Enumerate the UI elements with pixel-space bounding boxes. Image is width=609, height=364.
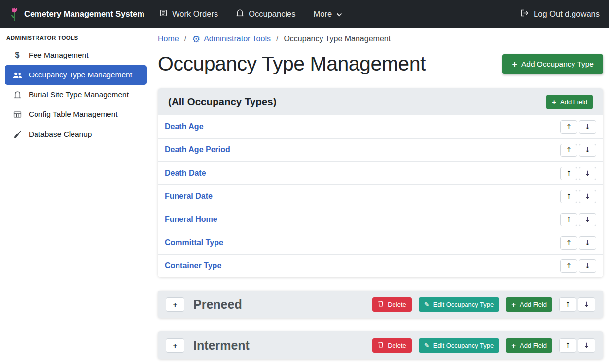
edit-occupancy-type-button[interactable]: ✎ Edit Occupancy Type <box>419 338 500 353</box>
field-link[interactable]: Funeral Date <box>165 192 213 201</box>
reorder-controls: ↑ ↓ <box>560 190 596 203</box>
move-down-button[interactable]: ↓ <box>579 120 596 134</box>
move-up-button[interactable]: ↑ <box>559 297 576 312</box>
arrow-up-icon: ↑ <box>566 192 572 200</box>
delete-label: Delete <box>388 301 406 308</box>
sidebar-item-label: Config Table Management <box>29 110 118 119</box>
move-up-button[interactable]: ↑ <box>560 259 577 273</box>
reorder-controls: ↑ ↓ <box>560 120 596 134</box>
nav-work-orders[interactable]: Work Orders <box>159 9 218 19</box>
move-up-button[interactable]: ↑ <box>560 213 577 226</box>
delete-button[interactable]: Delete <box>372 297 412 312</box>
breadcrumb-home[interactable]: Home <box>158 35 179 43</box>
nav-right: Log Out d.gowans <box>520 9 600 19</box>
field-row: Funeral Home ↑ ↓ <box>158 208 603 231</box>
sidebar-item-burial-site-type-management[interactable]: Burial Site Type Management <box>5 85 147 105</box>
add-field-button[interactable]: + Add Field <box>506 297 552 312</box>
reorder-controls: ↑ ↓ <box>560 167 596 180</box>
all-types-card-header: (All Occupancy Types) + Add Field <box>158 88 603 115</box>
arrow-down-icon: ↓ <box>585 216 591 223</box>
field-link[interactable]: Death Age <box>165 122 204 131</box>
move-down-button[interactable]: ↓ <box>579 167 596 180</box>
arrow-up-icon: ↑ <box>565 341 571 349</box>
edit-label: Edit Occupancy Type <box>433 342 494 349</box>
arrow-down-icon: ↓ <box>585 146 591 154</box>
arrow-up-icon: ↑ <box>566 262 572 270</box>
field-row: Death Age ↑ ↓ <box>158 115 603 138</box>
chevron-down-icon <box>336 9 342 19</box>
edit-occupancy-type-button[interactable]: ✎ Edit Occupancy Type <box>419 297 500 312</box>
breadcrumb-admin-tools[interactable]: ⚙ Administrator Tools <box>192 35 271 44</box>
add-occupancy-type-button[interactable]: + Add Occupancy Type <box>502 54 603 74</box>
nav-work-orders-label: Work Orders <box>172 9 218 19</box>
arrow-down-icon: ↓ <box>585 262 591 270</box>
field-link[interactable]: Death Age Period <box>165 146 230 154</box>
move-down-button[interactable]: ↓ <box>578 338 595 353</box>
page-title: Occupancy Type Management <box>158 52 426 75</box>
nav-more[interactable]: More <box>314 9 343 19</box>
arrow-up-icon: ↑ <box>566 169 572 177</box>
sidebar-item-database-cleanup[interactable]: Database Cleanup <box>5 124 147 144</box>
sidebar-item-label: Fee Management <box>29 51 89 60</box>
sidebar-heading: Administrator Tools <box>0 29 152 45</box>
plus-icon: + <box>173 301 178 308</box>
occupancies-icon <box>236 9 244 19</box>
field-link[interactable]: Death Date <box>165 169 206 178</box>
plus-icon: + <box>511 342 516 349</box>
arrow-up-icon: ↑ <box>566 123 572 131</box>
nav-links: Work Orders Occupancies More <box>159 9 342 19</box>
add-field-button[interactable]: + Add Field <box>506 338 552 353</box>
arrow-up-icon: ↑ <box>565 300 571 308</box>
app-brand[interactable]: Cemetery Management System <box>9 6 144 21</box>
field-link[interactable]: Container Type <box>165 261 221 270</box>
move-up-button[interactable]: ↑ <box>560 167 577 180</box>
field-link[interactable]: Committal Type <box>165 238 223 247</box>
nav-occupancies[interactable]: Occupancies <box>236 9 295 19</box>
delete-label: Delete <box>388 342 406 349</box>
reorder-controls: ↑ ↓ <box>560 213 596 226</box>
gear-icon: ⚙ <box>192 35 200 44</box>
sidebar-item-fee-management[interactable]: $ Fee Management <box>5 45 147 65</box>
plus-icon: + <box>512 60 517 69</box>
work-orders-icon <box>159 9 168 19</box>
move-down-button[interactable]: ↓ <box>579 190 596 203</box>
move-down-button[interactable]: ↓ <box>579 213 596 226</box>
field-row: Death Date ↑ ↓ <box>158 161 603 184</box>
reorder-controls: ↑ ↓ <box>560 236 596 250</box>
move-down-button[interactable]: ↓ <box>579 144 596 157</box>
reorder-controls: ↑ ↓ <box>560 144 596 157</box>
breadcrumb-current: Occupancy Type Management <box>284 35 391 43</box>
add-field-button[interactable]: + Add Field <box>546 95 593 109</box>
sidebar-item-occupancy-type-management[interactable]: Occupancy Type Management <box>5 65 147 85</box>
logout-link[interactable]: Log Out d.gowans <box>520 9 600 19</box>
move-up-button[interactable]: ↑ <box>560 144 577 157</box>
field-row: Committal Type ↑ ↓ <box>158 231 603 254</box>
trash-icon <box>378 300 384 308</box>
move-up-button[interactable]: ↑ <box>560 236 577 250</box>
move-down-button[interactable]: ↓ <box>579 236 596 250</box>
expand-button[interactable]: + <box>166 297 184 312</box>
arrow-down-icon: ↓ <box>584 300 590 308</box>
delete-button[interactable]: Delete <box>372 338 412 353</box>
move-up-button[interactable]: ↑ <box>560 190 577 203</box>
brand-label: Cemetery Management System <box>24 9 144 19</box>
trash-icon <box>378 341 384 349</box>
move-down-button[interactable]: ↓ <box>578 297 595 312</box>
move-up-button[interactable]: ↑ <box>559 338 576 353</box>
sidebar-item-config-table-management[interactable]: Config Table Management <box>5 105 147 124</box>
sidebar-item-label: Burial Site Type Management <box>29 90 129 99</box>
field-row: Funeral Date ↑ ↓ <box>158 184 603 208</box>
breadcrumb-admin-tools-label: Administrator Tools <box>204 35 271 43</box>
breadcrumb-separator: / <box>276 35 278 43</box>
sidebar-item-label: Occupancy Type Management <box>29 71 132 79</box>
broom-icon <box>12 130 22 139</box>
all-types-card-title: (All Occupancy Types) <box>168 96 276 108</box>
move-down-button[interactable]: ↓ <box>579 259 596 273</box>
title-row: Occupancy Type Management + Add Occupanc… <box>158 52 603 75</box>
move-up-button[interactable]: ↑ <box>560 120 577 134</box>
logout-label: Log Out d.gowans <box>534 9 600 19</box>
section-title: Interment <box>193 338 250 353</box>
field-link[interactable]: Funeral Home <box>165 215 217 224</box>
arrow-down-icon: ↓ <box>585 169 591 177</box>
expand-button[interactable]: + <box>166 338 184 353</box>
